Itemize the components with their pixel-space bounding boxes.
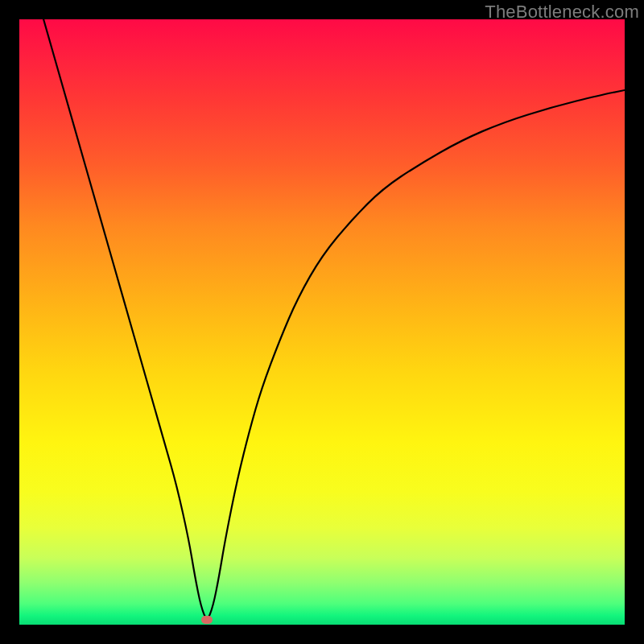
plot-area [19,19,625,625]
chart-frame [19,19,625,625]
watermark-text: TheBottleneck.com [485,2,639,23]
bottleneck-curve [19,19,625,625]
minimum-marker [201,616,213,624]
